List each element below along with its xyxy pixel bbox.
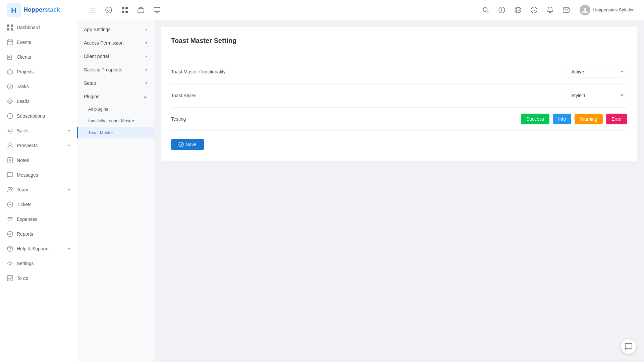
svg-rect-33 (7, 55, 11, 60)
sidebar-item-dashboard-label: Dashboard (17, 25, 40, 30)
access-permission-label: Access Permission (84, 40, 123, 46)
sidebar-item-dashboard[interactable]: Dashboard (0, 20, 77, 35)
sec-sidebar-inactivity-logout[interactable]: Inactivity Logout Master (77, 115, 154, 127)
globe-icon[interactable] (513, 5, 523, 15)
svg-point-58 (9, 262, 11, 264)
svg-rect-9 (125, 11, 128, 13)
test-success-button[interactable]: Success (521, 114, 549, 124)
mail-icon[interactable] (561, 5, 572, 15)
svg-rect-7 (125, 7, 128, 9)
svg-rect-29 (7, 40, 13, 45)
all-plugins-label: All plugins (88, 107, 108, 112)
sidebar-item-team[interactable]: Team ▾ (0, 182, 77, 197)
sidebar-item-notes[interactable]: Notes (0, 153, 77, 168)
test-error-button[interactable]: Error (606, 114, 627, 124)
sidebar-item-clients[interactable]: Clients (0, 50, 77, 64)
help-chevron: ▾ (68, 246, 70, 251)
form-row-styles: Toast Styles Style 1 Style 2 Style 3 (171, 84, 627, 108)
toast-master-label: Toast Master (88, 130, 113, 135)
chat-bubble[interactable] (621, 339, 636, 354)
styles-control: Style 1 Style 2 Style 3 (567, 90, 627, 101)
svg-rect-2 (90, 8, 96, 8)
header-right: Hopperstack Solution (480, 3, 637, 17)
svg-rect-26 (11, 24, 13, 27)
sec-sidebar-setup[interactable]: Setup ▾ (77, 76, 154, 90)
add-icon[interactable] (496, 5, 507, 15)
sidebar-item-prospects[interactable]: Prospects ▾ (0, 138, 77, 153)
testing-label: Testing (171, 116, 521, 122)
svg-point-51 (8, 187, 10, 189)
sidebar-item-sales-label: Sales (17, 128, 29, 133)
svg-text:H: H (11, 6, 16, 14)
clients-icon (7, 54, 13, 60)
logo-text: Hopperstack (23, 6, 60, 13)
check-circle-icon[interactable] (103, 5, 114, 15)
sidebar-item-subscriptions-label: Subscriptions (17, 113, 45, 119)
test-warning-button[interactable]: Warning (575, 114, 603, 124)
sec-sidebar-toast-master[interactable]: Toast Master (77, 127, 154, 138)
sidebar-item-tickets[interactable]: Tickets (0, 197, 77, 212)
projects-icon (7, 68, 13, 75)
test-info-button[interactable]: Info (553, 114, 571, 124)
sidebar-item-todo[interactable]: To do (0, 271, 77, 286)
sec-sidebar-app-settings[interactable]: App Settings ▾ (77, 23, 154, 36)
testing-buttons: Success Info Warning Error (521, 114, 627, 124)
sidebar-item-expenses[interactable]: Expenses (0, 212, 77, 227)
app-settings-chevron: ▾ (145, 27, 147, 32)
sidebar-item-leads-label: Leads (17, 99, 30, 104)
header-nav (84, 5, 480, 15)
svg-rect-28 (11, 28, 13, 31)
inactivity-logout-label: Inactivity Logout Master (88, 118, 134, 123)
sec-sidebar-sales-prospects[interactable]: Sales & Prospects ▾ (77, 63, 154, 76)
client-portal-chevron: ▾ (145, 54, 147, 59)
avatar (580, 5, 590, 15)
sidebar-item-projects[interactable]: Projects (0, 64, 77, 79)
svg-rect-25 (7, 24, 9, 27)
styles-select[interactable]: Style 1 Style 2 Style 3 (567, 90, 627, 101)
hamburger-icon[interactable] (87, 5, 98, 15)
sidebar-item-reports[interactable]: Reports (0, 227, 77, 241)
grid-icon[interactable] (119, 5, 130, 15)
functionality-label: Toast Master Functionality (171, 69, 567, 74)
clock-icon[interactable] (529, 5, 539, 15)
svg-rect-11 (154, 7, 160, 11)
sec-sidebar-plugins[interactable]: Plugins ▲ (77, 90, 154, 103)
sidebar-item-settings-label: Settings (17, 261, 34, 266)
form-row-functionality: Toast Master Functionality Active Inacti… (171, 60, 627, 84)
sidebar-item-messages[interactable]: Messages (0, 168, 77, 182)
svg-point-57 (10, 250, 11, 251)
plugins-label: Plugins (84, 94, 99, 99)
svg-rect-27 (7, 28, 9, 31)
sidebar-item-team-label: Team (17, 187, 28, 192)
sidebar-item-sales[interactable]: Sales ▾ (0, 123, 77, 138)
form-row-testing: Testing Success Info Warning Error (171, 108, 627, 131)
search-icon[interactable] (480, 5, 491, 15)
save-button[interactable]: Save (171, 139, 204, 150)
svg-point-24 (584, 8, 586, 10)
sidebar-item-help-support[interactable]: Help & Support ▾ (0, 241, 77, 256)
sidebar-item-prospects-label: Prospects (17, 143, 38, 148)
svg-line-15 (487, 11, 488, 13)
sidebar-item-tasks[interactable]: Tasks (0, 79, 77, 94)
sidebar-item-subscriptions[interactable]: Subscriptions (0, 109, 77, 123)
sidebar-item-events-label: Events (17, 40, 31, 45)
functionality-select[interactable]: Active Inactive (567, 66, 627, 77)
briefcase-icon[interactable] (136, 5, 146, 15)
svg-point-37 (7, 84, 13, 89)
sidebar-item-expenses-label: Expenses (17, 217, 37, 222)
sec-sidebar-all-plugins[interactable]: All plugins (77, 103, 154, 115)
sidebar-item-help-label: Help & Support (17, 246, 49, 251)
monitor-icon[interactable] (152, 5, 162, 15)
sidebar-item-events[interactable]: Events (0, 35, 77, 50)
sidebar-item-leads[interactable]: Leads (0, 94, 77, 109)
dashboard-icon (7, 24, 13, 31)
tickets-icon (7, 201, 13, 208)
access-permission-chevron: ▾ (145, 41, 147, 45)
team-icon (7, 186, 13, 193)
user-area[interactable]: Hopperstack Solution (577, 3, 637, 17)
bell-icon[interactable] (545, 5, 555, 15)
todo-icon (7, 275, 13, 282)
sidebar-item-settings[interactable]: Settings (0, 256, 77, 271)
sec-sidebar-client-portal[interactable]: Client portal ▾ (77, 50, 154, 63)
sec-sidebar-access-permission[interactable]: Access Permission ▾ (77, 36, 154, 50)
